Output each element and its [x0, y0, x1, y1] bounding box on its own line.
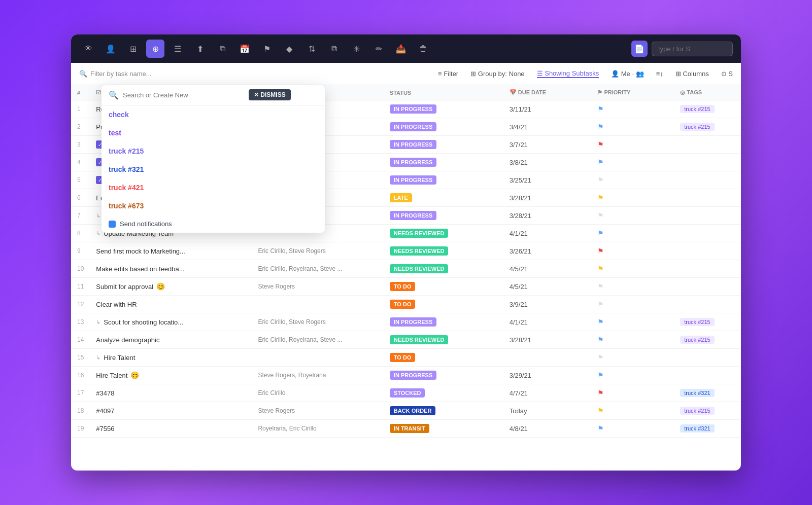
col-tags: ◎ TAGS	[674, 85, 741, 100]
dropdown-item-check[interactable]: check	[101, 105, 325, 124]
table-row[interactable]: 15↳Hire TalentTO DO⚑	[71, 349, 741, 367]
dropdown-item-notifications[interactable]: Send notifications	[101, 215, 325, 233]
due-date-cell: 3/7/21	[503, 136, 574, 154]
table-row[interactable]: 12Clear with HRTO DO3/9/21⚑	[71, 296, 741, 313]
row-num: 17	[71, 384, 90, 402]
grid-icon[interactable]: ⊞	[124, 40, 142, 58]
spacer-cell-3	[657, 136, 674, 154]
task-name-cell: #4097	[90, 402, 252, 420]
dropdown-item-truck215[interactable]: truck #215	[101, 142, 325, 160]
task-name-cell: #3478	[90, 384, 252, 402]
assignee-cell: Steve Rogers	[252, 402, 383, 420]
edit-icon[interactable]: ✏	[369, 40, 388, 58]
task-name-text: Hire Talent	[96, 372, 127, 379]
eye-icon[interactable]: 👁	[79, 40, 97, 58]
spacer-cell-3	[657, 100, 674, 118]
status-badge: IN PROGRESS	[390, 140, 436, 149]
status-badge: NEEDS REVIEWED	[390, 246, 449, 256]
export-icon[interactable]: ⬆	[191, 40, 209, 58]
spacer-cell-2	[574, 242, 592, 260]
inbox-icon[interactable]: 📥	[392, 40, 410, 58]
status-badge: IN PROGRESS	[390, 211, 436, 220]
spacer-cell	[486, 207, 503, 225]
priority-cell: ⚑	[591, 331, 656, 349]
table-row[interactable]: 17#3478Eric CirilloSTOCKED4/7/21⚑truck #…	[71, 384, 741, 402]
table-row[interactable]: 10Make edits based on feedba...Eric Ciri…	[71, 260, 741, 278]
priority-cell: ⚑	[591, 349, 656, 367]
status-cell: BACK ORDER	[384, 402, 486, 420]
dropdown-item-truck421[interactable]: truck #421	[101, 178, 325, 197]
assignee-cell: Eric Cirillo, Steve Rogers	[252, 313, 383, 331]
tag-icon[interactable]: ⊕	[146, 40, 164, 58]
list-icon[interactable]: ☰	[168, 40, 187, 58]
task-name-cell: ↳Hire Talent	[90, 349, 252, 367]
assignee-cell: Eric Cirillo, Steve Rogers	[252, 242, 383, 260]
columns-button[interactable]: ⊞ Columns	[675, 70, 709, 78]
priority-cell: ⚑	[591, 402, 656, 420]
priority-cell: ⚑	[591, 136, 656, 154]
tags-cell	[674, 136, 741, 154]
spacer-cell-2	[574, 349, 592, 367]
task-emoji: 😊	[130, 371, 139, 379]
status-badge: IN PROGRESS	[390, 158, 436, 167]
table-row[interactable]: 13↳Scout for shooting locatio...Eric Cir…	[71, 313, 741, 331]
spacer-cell-2	[574, 136, 592, 154]
flag-icon[interactable]: ⚑	[258, 40, 276, 58]
person-icon[interactable]: 👤	[101, 40, 120, 58]
trash-icon[interactable]: 🗑	[414, 40, 432, 58]
row-num: 8	[71, 225, 90, 242]
calendar-icon[interactable]: 📅	[235, 40, 254, 58]
status-badge: LATE	[390, 193, 412, 202]
dropdown-item-truck673[interactable]: truck #673	[101, 197, 325, 215]
sort-icon[interactable]: ⇅	[302, 40, 321, 58]
group-by-button[interactable]: ⊞ Group by: None	[470, 70, 524, 78]
due-date-cell: 3/4/21	[503, 118, 574, 136]
priority-flag: ⚑	[597, 176, 604, 184]
table-row[interactable]: 18#4097Steve RogersBACK ORDERToday⚑truck…	[71, 402, 741, 420]
filter-button[interactable]: ≡ Filter	[438, 70, 458, 78]
priority-cell: ⚑	[591, 154, 656, 171]
assignee-cell: Eric Cirillo	[252, 384, 383, 402]
spacer-cell-2	[574, 331, 592, 349]
table-row[interactable]: 11Submit for approval😊Steve RogersTO DO4…	[71, 278, 741, 296]
subtask-icon: ↳	[96, 319, 100, 326]
spacer-cell-3	[657, 402, 674, 420]
page-icon[interactable]: 📄	[631, 41, 648, 57]
row-num: 11	[71, 278, 90, 296]
row-num: 7	[71, 207, 90, 225]
row-num: 4	[71, 154, 90, 171]
diamond-icon[interactable]: ◆	[280, 40, 298, 58]
tags-cell: truck #215	[674, 331, 741, 349]
spacer-cell-3	[657, 171, 674, 189]
me-button[interactable]: 👤 Me · 👥	[611, 70, 644, 78]
dropdown-item-test[interactable]: test	[101, 124, 325, 142]
sort-rows-button[interactable]: ≡↕	[656, 70, 663, 78]
status-cell: NEEDS REVIEWED	[384, 331, 486, 349]
row-num: 19	[71, 420, 90, 438]
priority-cell: ⚑	[591, 171, 656, 189]
priority-flag: ⚑	[597, 371, 604, 379]
duplicate-icon[interactable]: ⧉	[325, 40, 343, 58]
asterisk-icon[interactable]: ✳	[347, 40, 365, 58]
table-row[interactable]: 14Analyze demographicEric Cirillo, Royel…	[71, 331, 741, 349]
spacer-cell-3	[657, 420, 674, 438]
spacer-cell	[486, 331, 503, 349]
table-row[interactable]: 16Hire Talent😊Steve Rogers, RoyelranaIN …	[71, 367, 741, 384]
tags-cell: truck #215	[674, 100, 741, 118]
row-num: 5	[71, 171, 90, 189]
task-name-text: #7556	[96, 425, 114, 432]
status-cell: IN PROGRESS	[384, 100, 486, 118]
table-row[interactable]: 9Send first mock to Marketing...Eric Cir…	[71, 242, 741, 260]
dropdown-item-truck321[interactable]: truck #321	[101, 160, 325, 178]
spacer-cell-3	[657, 189, 674, 207]
copy-icon[interactable]: ⧉	[213, 40, 231, 58]
task-name-text: Send first mock to Marketing...	[96, 247, 185, 255]
showing-subtasks-button[interactable]: ☰ Showing Subtasks	[537, 69, 599, 78]
row-num: 12	[71, 296, 90, 313]
spacer-cell-3	[657, 367, 674, 384]
table-row[interactable]: 19#7556Royelrana, Eric CirilloIN TRANSIT…	[71, 420, 741, 438]
toolbar-search-input[interactable]	[652, 42, 733, 56]
spacer-cell	[486, 100, 503, 118]
settings-button[interactable]: ⊙ S	[721, 70, 733, 78]
dismiss-button[interactable]: ✕ DISMISS	[249, 89, 291, 100]
